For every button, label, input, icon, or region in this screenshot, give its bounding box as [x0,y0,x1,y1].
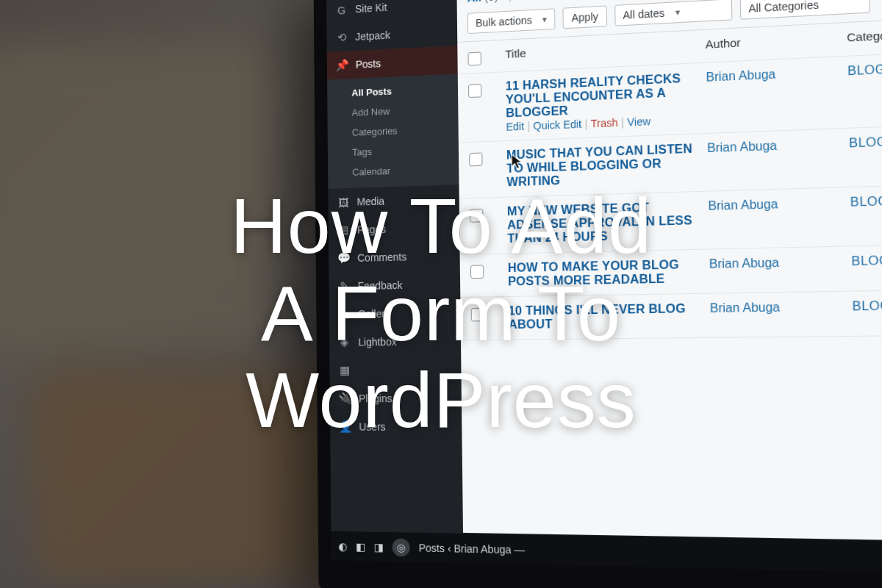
select-value: Bulk actions [476,14,532,29]
select-all-checkbox[interactable] [468,51,481,65]
categories-select[interactable]: All Categories [739,0,870,20]
lightbox-icon: ◈ [338,336,351,349]
table-body: 11 HARSH REALITY CHECKS YOU'LL ENCOUNTER… [458,49,882,340]
sidebar-item-media[interactable]: 🖼 Media [328,184,459,216]
table-row: 10 THINGS I'LL NEVER BLOG ABOUTBrian Abu… [460,289,882,340]
sidebar-item-label: Gallery [358,308,390,320]
sidebar-item-gallery[interactable]: 🗂 Gallery [329,298,461,329]
sidebar-item-pages[interactable]: ▤ Pages [329,213,460,245]
row-checkbox[interactable] [469,152,482,166]
bulk-actions-select[interactable]: Bulk actions ▾ [467,8,556,34]
jetpack-icon: ⟲ [335,31,348,45]
post-title-link[interactable]: 10 THINGS I'LL NEVER BLOG ABOUT [509,301,706,331]
sidebar-item-unknown[interactable]: ▦ [329,356,461,385]
start-icon[interactable]: ◐ [338,540,347,552]
cell-author[interactable]: Brian Abuga [707,137,845,156]
sidebar-item-label: Pages [357,223,386,236]
select-value: All Categories [748,0,819,15]
cell-author[interactable]: Brian Abuga [706,65,842,85]
sidebar-item-label: Site Kit [355,1,387,15]
taskbar-icon[interactable]: ◨ [374,541,384,553]
filter-count: (9) [484,0,498,3]
gallery-icon: 🗂 [338,307,351,320]
col-author[interactable]: Author [706,31,842,51]
cell-title: 11 HARSH REALITY CHECKS YOU'LL ENCOUNTER… [506,71,703,132]
cell-title: MY NEW WEBSITE GOT ADSENSE APPROVAL IN L… [507,199,704,245]
grid-icon: ▦ [338,364,351,377]
sidebar-item-label: Plugins [359,392,392,404]
col-title[interactable]: Title [505,38,700,61]
wp-admin-sidebar: G Site Kit ⟲ Jetpack 📌 Posts All Posts A… [326,0,463,563]
action-edit[interactable]: Edit [506,121,524,133]
cell-categories[interactable]: BLOGGING [851,251,882,268]
action-view[interactable]: View [627,115,650,129]
cell-categories[interactable]: BLOGGING, FUN [849,132,882,151]
screen: G Site Kit ⟲ Jetpack 📌 Posts All Posts A… [326,0,882,575]
cell-author[interactable]: Brian Abuga [708,196,845,213]
cell-author[interactable]: Brian Abuga [710,299,847,315]
sidebar-item-label: Comments [357,251,406,264]
sidebar-item-label: Users [359,420,385,432]
stage: G Site Kit ⟲ Jetpack 📌 Posts All Posts A… [0,0,882,588]
row-checkbox[interactable] [470,209,483,223]
sidebar-item-label: Feedback [358,279,403,292]
laptop-frame: G Site Kit ⟲ Jetpack 📌 Posts All Posts A… [313,0,882,588]
plugins-icon: 🔌 [339,392,352,405]
sidebar-item-comments[interactable]: 💬 Comments [329,242,460,273]
sidebar-sub-calendar[interactable]: Calendar [328,159,459,183]
comments-icon: 💬 [337,251,351,265]
users-icon: 👤 [339,420,352,433]
separator: | [509,0,512,2]
sitekit-icon: G [335,3,348,17]
post-title-link[interactable]: HOW TO MAKE YOUR BLOG POSTS MORE READABL… [508,257,705,288]
filter-label: Published [522,0,572,1]
select-value: All dates [623,7,664,21]
cell-title: MUSIC THAT YOU CAN LISTEN TO WHILE BLOGG… [506,142,703,190]
feedback-icon: ✎ [337,279,351,293]
filter-label: All [467,0,482,4]
pin-icon: 📌 [335,58,348,72]
row-checkbox[interactable] [470,265,484,279]
chevron-down-icon: ▾ [542,14,547,25]
cell-categories[interactable]: BLOGGING [852,298,882,314]
taskbar-icon[interactable]: ◧ [356,540,365,553]
post-title-link[interactable]: MUSIC THAT YOU CAN LISTEN TO WHILE BLOGG… [506,142,703,190]
dates-select[interactable]: All dates ▾ [614,0,732,26]
row-checkbox[interactable] [468,84,481,98]
sidebar-item-users[interactable]: 👤 Users [330,412,462,441]
taskbar-title[interactable]: Posts ‹ Brian Abuga — [419,542,525,556]
filter-all[interactable]: All (9) [467,0,498,4]
wp-main: All (9) | Published (9) | Trash (2) [456,0,882,575]
cell-title: HOW TO MAKE YOUR BLOG POSTS MORE READABL… [508,257,705,288]
pages-icon: ▤ [337,223,350,237]
sidebar-item-feedback[interactable]: ✎ Feedback [329,270,460,301]
action-trash[interactable]: Trash [591,116,618,129]
browser-icon[interactable]: ◎ [392,538,410,556]
sidebar-item-label: Posts [356,57,381,71]
sidebar-item-label: Jetpack [355,29,390,43]
sidebar-item-label: Lightbox [358,336,396,348]
sidebar-submenu-posts: All Posts Add New Categories Tags Calend… [327,74,459,188]
sidebar-item-label: Media [357,195,385,207]
posts-table: Title Author Categories 11 HARSH REALITY… [457,14,882,340]
apply-button[interactable]: Apply [563,5,607,29]
row-checkbox[interactable] [471,308,485,322]
sidebar-item-lightbox[interactable]: ◈ Lightbox [329,327,461,356]
action-quick-edit[interactable]: Quick Edit [533,118,581,132]
cell-categories[interactable]: BLOGGING [850,191,882,209]
cell-categories[interactable]: BLOGGING [847,58,882,79]
filter-published[interactable]: Published (9) [522,0,589,1]
chevron-down-icon: ▾ [675,7,681,18]
post-title-link[interactable]: MY NEW WEBSITE GOT ADSENSE APPROVAL IN L… [507,199,704,245]
media-icon: 🖼 [337,196,350,209]
sidebar-item-plugins[interactable]: 🔌 Plugins [330,384,462,412]
cell-title: 10 THINGS I'LL NEVER BLOG ABOUT [509,301,706,331]
cell-author[interactable]: Brian Abuga [709,254,847,271]
col-categories[interactable]: Categories [847,24,882,44]
